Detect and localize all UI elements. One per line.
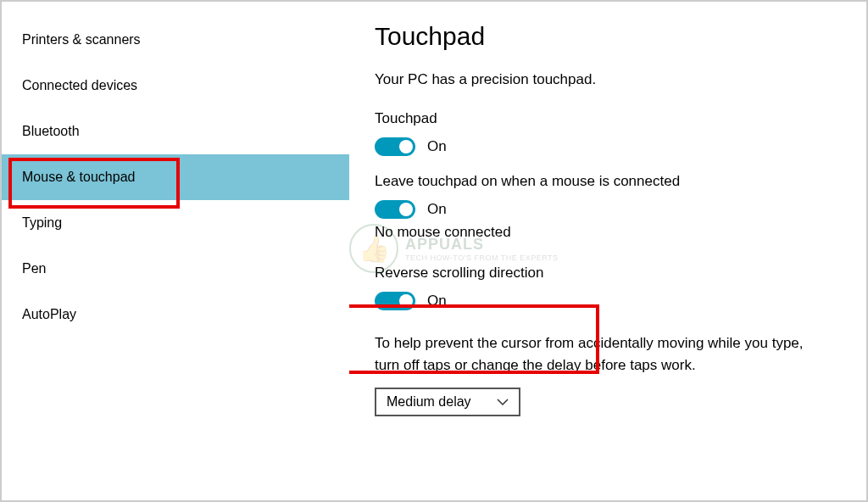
reverse-scrolling-state: On — [427, 293, 447, 310]
sidebar-item-label: Connected devices — [22, 78, 137, 92]
tap-delay-dropdown[interactable]: Medium delay — [375, 388, 520, 416]
sidebar-item-connected-devices[interactable]: Connected devices — [2, 63, 349, 109]
sidebar-item-label: Bluetooth — [22, 124, 80, 138]
reverse-scrolling-toggle[interactable] — [375, 292, 415, 310]
sidebar-item-typing[interactable]: Typing — [2, 200, 349, 246]
settings-sidebar: Printers & scanners Connected devices Bl… — [2, 2, 349, 500]
leave-touchpad-on-toggle[interactable] — [375, 200, 415, 219]
tap-delay-selected: Medium delay — [387, 394, 471, 410]
sidebar-item-label: Mouse & touchpad — [22, 170, 135, 184]
sidebar-item-printers[interactable]: Printers & scanners — [2, 17, 349, 63]
taps-help-text: To help prevent the cursor from accident… — [375, 332, 815, 376]
sidebar-item-mouse-touchpad[interactable]: Mouse & touchpad — [2, 154, 349, 200]
leave-touchpad-on-label: Leave touchpad on when a mouse is connec… — [375, 173, 832, 190]
settings-main: 👍 APPUALS TECH HOW-TO'S FROM THE EXPERTS… — [349, 2, 866, 500]
touchpad-toggle-label: Touchpad — [375, 110, 832, 127]
chevron-down-icon — [497, 399, 509, 405]
sidebar-item-autoplay[interactable]: AutoPlay — [2, 292, 349, 337]
reverse-scrolling-label: Reverse scrolling direction — [375, 265, 832, 282]
sidebar-item-label: Pen — [22, 261, 46, 276]
watermark-subtitle: TECH HOW-TO'S FROM THE EXPERTS — [405, 254, 559, 262]
sidebar-item-pen[interactable]: Pen — [2, 246, 349, 292]
touchpad-toggle[interactable] — [375, 137, 415, 156]
page-description: Your PC has a precision touchpad. — [375, 71, 832, 88]
leave-touchpad-on-state: On — [427, 201, 447, 218]
sidebar-item-label: Printers & scanners — [22, 32, 141, 47]
sidebar-item-label: AutoPlay — [22, 307, 76, 321]
sidebar-item-label: Typing — [22, 215, 62, 230]
mouse-connection-status: No mouse connected — [375, 224, 832, 241]
page-title: Touchpad — [375, 22, 832, 51]
touchpad-toggle-state: On — [427, 138, 447, 155]
sidebar-item-bluetooth[interactable]: Bluetooth — [2, 109, 349, 154]
